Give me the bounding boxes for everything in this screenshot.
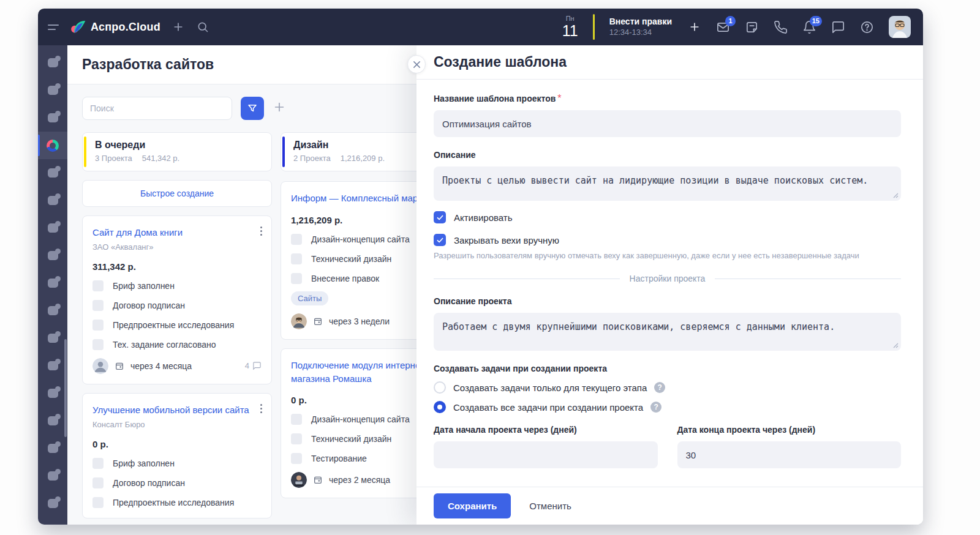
upcoming-event[interactable]: Внести правки 12:34-13:34 (609, 17, 672, 37)
task-checkbox[interactable] (92, 497, 104, 508)
card-tag[interactable]: Сайты (291, 291, 328, 305)
radio-all-tasks-selected[interactable] (434, 401, 446, 413)
search-icon[interactable] (196, 20, 209, 34)
module-icon (48, 444, 58, 453)
resize-grip-icon[interactable] (893, 343, 899, 348)
task-checkbox[interactable] (92, 320, 104, 331)
assignee-avatar[interactable] (291, 472, 307, 488)
card-client: Консалт Бюро (92, 420, 262, 429)
task-label: Предпроектные исследования (113, 320, 234, 330)
start-date-input[interactable] (434, 441, 658, 468)
sidebar-item-15[interactable] (38, 435, 67, 462)
card-amount: 311,342 р. (92, 261, 262, 272)
sidebar-item-3[interactable] (38, 104, 67, 132)
sidebar-item-7[interactable] (38, 214, 67, 242)
sidebar-scrollbar[interactable] (64, 339, 67, 437)
chat-icon[interactable] (831, 20, 845, 34)
mail-badge: 1 (725, 16, 736, 26)
help-icon[interactable] (860, 20, 874, 34)
calendar-icon (313, 316, 323, 326)
sidebar-item-16[interactable] (38, 462, 67, 490)
close-icon[interactable] (407, 55, 426, 73)
task-checkbox[interactable] (92, 477, 104, 488)
task-checkbox[interactable] (291, 234, 302, 245)
sidebar-item-13[interactable] (38, 380, 67, 407)
menu-icon[interactable] (48, 24, 59, 30)
module-icon (48, 58, 58, 67)
sidebar-item-10[interactable] (38, 297, 67, 324)
card-comments[interactable]: 4 (245, 361, 262, 370)
task-checkbox[interactable] (92, 458, 104, 469)
end-date-input[interactable] (677, 441, 902, 468)
save-button[interactable]: Сохранить (434, 493, 511, 518)
sidebar-item-17[interactable] (38, 490, 67, 517)
close-milestones-checkbox[interactable] (434, 234, 446, 246)
task-checkbox[interactable] (291, 253, 302, 264)
project-description-textarea[interactable]: Работаем с двумя крупнейшими поисковикам… (434, 313, 901, 351)
task-checkbox[interactable] (291, 433, 302, 444)
project-card[interactable]: Улучшение мобильной версии сайта Консалт… (82, 393, 272, 518)
question-help-icon[interactable]: ? (654, 382, 665, 393)
user-avatar[interactable] (889, 16, 911, 38)
column-header[interactable]: В очереди 3 Проекта 541,342 р. (82, 132, 272, 171)
question-help-icon[interactable]: ? (650, 402, 662, 413)
task-checkbox[interactable] (92, 280, 104, 291)
assignee-avatar[interactable] (291, 313, 307, 329)
sidebar-item-12[interactable] (38, 352, 67, 380)
calendar-day-widget[interactable]: Пн 11 (562, 15, 578, 39)
assignee-avatar[interactable] (92, 358, 108, 374)
sidebar-item-6[interactable] (38, 187, 67, 214)
task-checkbox[interactable] (291, 414, 302, 425)
checkbox-check-icon (436, 214, 444, 222)
app-logo[interactable]: Аспро.Cloud (70, 20, 160, 34)
card-title-link[interactable]: Улучшение мобильной версии сайта (92, 403, 262, 417)
task-label: Бриф заполнен (113, 458, 175, 468)
card-due: через 3 недели (329, 316, 390, 326)
kebab-menu-icon[interactable] (260, 404, 262, 413)
activate-checkbox[interactable] (434, 211, 446, 223)
sidebar-item-14[interactable] (38, 407, 67, 435)
template-name-label: Название шаблона проектов (434, 94, 556, 103)
calendar-icon (115, 361, 124, 371)
quick-add-icon[interactable] (172, 20, 185, 34)
task-label: Тестирование (311, 454, 367, 463)
sidebar-item-1[interactable] (38, 49, 67, 77)
add-column-icon[interactable] (273, 100, 286, 116)
sidebar-item-projects-active[interactable] (38, 132, 67, 159)
sidebar-item-11[interactable] (38, 324, 67, 352)
note-icon[interactable] (745, 20, 759, 34)
task-checkbox[interactable] (291, 273, 302, 284)
task-checkbox[interactable] (92, 300, 104, 311)
radio-current-stage[interactable] (434, 381, 446, 394)
add-event-icon[interactable] (688, 20, 701, 34)
start-date-label: Дата начала проекта через (дней) (434, 425, 577, 435)
active-indicator (38, 135, 40, 156)
bell-icon[interactable]: 15 (802, 20, 816, 34)
kebab-menu-icon[interactable] (260, 226, 262, 236)
phone-icon[interactable] (774, 20, 788, 34)
project-card[interactable]: Сайт для Дома книги ЗАО «Акваланг» 311,3… (82, 215, 272, 384)
module-icon (48, 168, 58, 178)
search-input[interactable] (82, 97, 232, 120)
module-icon (48, 86, 58, 95)
quick-create-button[interactable]: Быстрое создание (82, 180, 272, 207)
task-checkbox[interactable] (291, 453, 302, 464)
resize-grip-icon[interactable] (893, 193, 899, 198)
mail-icon[interactable]: 1 (716, 20, 730, 34)
cancel-button[interactable]: Отменить (529, 501, 571, 511)
comments-count: 4 (245, 361, 249, 370)
column-amount: 541,342 р. (142, 154, 179, 163)
column-count: 2 Проекта (293, 154, 331, 163)
template-name-input[interactable] (434, 110, 901, 137)
module-icon (48, 471, 58, 481)
sidebar-item-2[interactable] (38, 77, 67, 104)
module-icon (48, 416, 58, 425)
card-title-link[interactable]: Сайт для Дома книги (92, 226, 262, 239)
sidebar-item-8[interactable] (38, 242, 67, 269)
radio-all-tasks-label: Создавать все задачи при создании проект… (453, 402, 643, 413)
task-checkbox[interactable] (92, 339, 104, 350)
filter-button[interactable] (241, 97, 264, 120)
description-textarea[interactable]: Проекты с целью вывести сайт на лидирующ… (434, 166, 901, 201)
sidebar-item-9[interactable] (38, 269, 67, 297)
sidebar-item-5[interactable] (38, 159, 67, 187)
